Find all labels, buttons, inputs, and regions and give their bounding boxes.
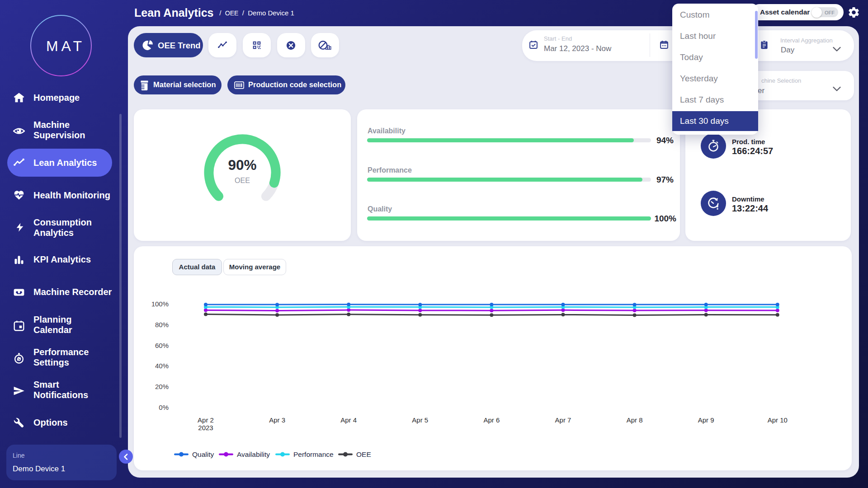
svg-text:80%: 80%	[155, 321, 169, 328]
svg-text:Apr 2: Apr 2	[198, 416, 214, 424]
svg-text:40%: 40%	[155, 362, 169, 370]
svg-text:OEE: OEE	[356, 450, 371, 458]
svg-text:Apr 6: Apr 6	[483, 416, 500, 424]
svg-text:0%: 0%	[159, 404, 169, 411]
svg-text:Apr 9: Apr 9	[698, 416, 714, 424]
svg-text:20%: 20%	[155, 383, 169, 390]
svg-text:2023: 2023	[198, 424, 213, 432]
svg-text:60%: 60%	[155, 342, 169, 349]
svg-text:Performance: Performance	[293, 450, 334, 458]
svg-text:Apr 7: Apr 7	[555, 416, 571, 424]
svg-text:Availability: Availability	[237, 450, 270, 458]
svg-text:Apr 8: Apr 8	[627, 416, 643, 424]
svg-text:Quality: Quality	[192, 450, 214, 458]
svg-text:Apr 10: Apr 10	[768, 416, 788, 424]
svg-text:Apr 3: Apr 3	[269, 416, 285, 424]
svg-text:Apr 5: Apr 5	[412, 416, 428, 424]
svg-text:Apr 4: Apr 4	[340, 416, 357, 424]
svg-text:100%: 100%	[151, 300, 169, 308]
